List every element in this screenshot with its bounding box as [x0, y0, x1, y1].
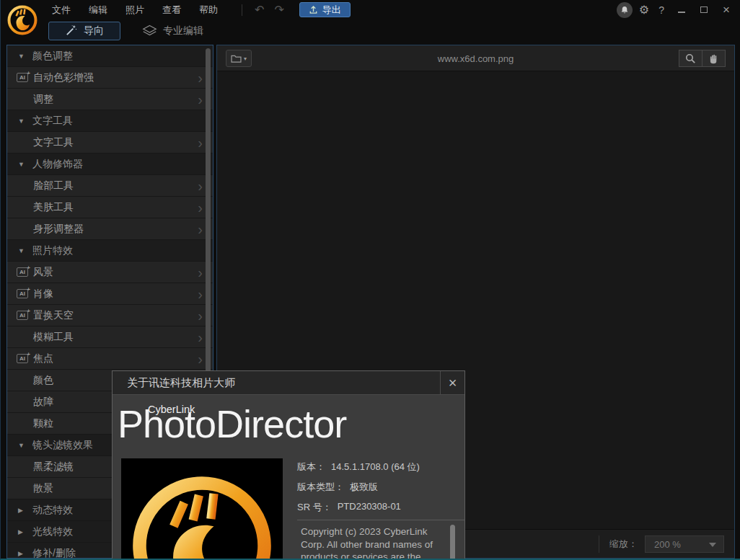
zoom-label: 缩放：: [609, 530, 638, 559]
close-button[interactable]: ×: [718, 3, 734, 17]
ai-icon: AI+: [17, 73, 28, 82]
sidebar-label: 置换天空: [33, 309, 74, 322]
upload-icon: [309, 5, 318, 14]
sidebar-label: 故障: [33, 396, 53, 409]
sidebar-label: 风景: [33, 266, 53, 279]
menu-photo[interactable]: 照片: [123, 2, 146, 18]
copyright-scrollbar[interactable]: [450, 525, 455, 560]
version-row: 版本： 14.5.1.1708.0 (64 位): [297, 461, 460, 474]
notification-bell-button[interactable]: [617, 2, 633, 18]
zoom-level-dropdown[interactable]: 200 %: [645, 535, 724, 553]
brand-photodirector: PhotoDirector: [118, 403, 346, 445]
sidebar-label: 人物修饰器: [32, 158, 83, 171]
edition-value: 极致版: [350, 481, 378, 494]
sidebar-label: 肖像: [33, 288, 53, 301]
dropdown-caret-icon: [709, 543, 716, 547]
about-dialog-titlebar: 关于讯连科技相片大师 ×: [113, 371, 464, 395]
sr-value: PTD230308-01: [338, 501, 401, 514]
triangle-down-icon: ▼: [18, 247, 27, 254]
sidebar-group-3[interactable]: ▼文字工具: [7, 110, 213, 132]
sidebar-group-5[interactable]: ▼人物修饰器: [7, 154, 213, 175]
bell-icon: [620, 6, 629, 14]
sidebar-label: 身形调整器: [33, 223, 84, 236]
ai-icon: AI+: [17, 289, 28, 298]
help-button[interactable]: ?: [656, 4, 667, 16]
window-controls: ⚙ ? ×: [617, 0, 734, 19]
tab-professional-edit-label: 专业编辑: [163, 25, 203, 37]
chevron-right-icon: ›: [198, 71, 206, 85]
pan-tool-button[interactable]: [702, 50, 726, 67]
toolbar-divider: [242, 4, 242, 16]
sidebar-item-1[interactable]: AI+自动色彩增强›: [7, 67, 213, 89]
triangle-right-icon: ▶: [18, 507, 27, 514]
sidebar-label: 文字工具: [32, 115, 73, 128]
sidebar-item-10[interactable]: AI+风景›: [7, 262, 213, 283]
about-dialog: 关于讯连科技相片大师 × CyberLink PhotoDirector 版本：…: [112, 370, 465, 560]
sr-label: SR 号：: [297, 501, 332, 514]
ai-icon: AI+: [17, 311, 28, 320]
zoom-level-value: 200 %: [654, 539, 681, 550]
triangle-down-icon: ▼: [18, 53, 27, 60]
sidebar-item-6[interactable]: 脸部工具›: [7, 175, 213, 197]
copyright-text: Copyright (c) 2023 CyberLink Corp. All o…: [301, 525, 444, 560]
version-label: 版本：: [297, 461, 325, 474]
sidebar-item-7[interactable]: 美肤工具›: [7, 197, 213, 218]
menu-edit[interactable]: 编辑: [87, 2, 110, 18]
menu-view[interactable]: 查看: [160, 2, 183, 18]
sidebar-item-12[interactable]: AI+置换天空›: [7, 305, 213, 326]
sidebar-label: 黑柔滤镜: [33, 461, 74, 474]
maximize-button[interactable]: [696, 3, 712, 17]
edition-label: 版本类型：: [297, 481, 344, 494]
status-divider: [599, 535, 599, 553]
undo-icon[interactable]: ↶: [250, 1, 269, 19]
hand-icon: [709, 53, 718, 64]
sidebar-label: 自动色彩增强: [33, 71, 94, 84]
sidebar-label: 脸部工具: [33, 179, 74, 192]
tab-guided[interactable]: 导向: [48, 22, 120, 40]
sidebar-item-11[interactable]: AI+肖像›: [7, 283, 213, 305]
triangle-right-icon: ▶: [18, 550, 27, 557]
version-value: 14.5.1.1708.0 (64 位): [331, 461, 420, 474]
sidebar-label: 颗粒: [33, 417, 53, 430]
sidebar-item-2[interactable]: 调整›: [7, 89, 213, 110]
tab-professional-edit[interactable]: 专业编辑: [142, 25, 203, 37]
sidebar-label: 文字工具: [33, 136, 74, 149]
magic-wand-icon: [65, 25, 77, 37]
sidebar-group-9[interactable]: ▼照片特效: [7, 240, 213, 262]
redo-icon[interactable]: ↷: [269, 1, 288, 19]
menu-help[interactable]: 帮助: [197, 2, 220, 18]
export-button[interactable]: 导出: [299, 2, 351, 17]
sidebar-label: 光线特效: [32, 525, 73, 538]
triangle-down-icon: ▼: [18, 117, 27, 125]
about-dialog-close-button[interactable]: ×: [440, 371, 464, 394]
chevron-right-icon: ›: [198, 222, 206, 236]
maximize-icon: [700, 6, 708, 13]
triangle-right-icon: ▶: [18, 528, 27, 535]
chevron-right-icon: ›: [198, 352, 206, 366]
sidebar-label: 动态特效: [32, 504, 73, 517]
sidebar-item-8[interactable]: 身形调整器›: [7, 218, 213, 240]
menu-file[interactable]: 文件: [50, 2, 73, 18]
about-divider: [297, 520, 464, 520]
zoom-tool-button[interactable]: [679, 50, 702, 67]
triangle-down-icon: ▼: [18, 442, 27, 449]
layers-icon: [142, 25, 157, 37]
app-window: 文件 编辑 照片 查看 帮助 ↶ ↷ 导出 ⚙ ?: [0, 0, 740, 560]
settings-gear-button[interactable]: ⚙: [639, 4, 649, 16]
viewer-toolbar: ▾ www.x6d.com.png: [217, 45, 734, 71]
export-label: 导出: [322, 4, 341, 17]
view-tools: [679, 50, 726, 67]
sidebar-item-4[interactable]: 文字工具›: [7, 132, 213, 154]
titlebar: 文件 编辑 照片 查看 帮助 ↶ ↷ 导出 ⚙ ?: [1, 0, 740, 19]
sidebar-item-13[interactable]: 模糊工具›: [7, 326, 213, 348]
about-info: 版本： 14.5.1.1708.0 (64 位) 版本类型： 极致版 SR 号：…: [297, 461, 460, 521]
chevron-right-icon: ›: [198, 308, 206, 323]
sidebar-label: 模糊工具: [33, 331, 74, 344]
mode-bar: 导向 专业编辑: [1, 19, 740, 42]
chevron-right-icon: ›: [198, 287, 206, 301]
sidebar-item-14[interactable]: AI+焦点›: [7, 348, 213, 370]
minimize-button[interactable]: [674, 3, 690, 17]
sr-row: SR 号： PTD230308-01: [297, 501, 460, 514]
sidebar-group-0[interactable]: ▼颜色调整: [7, 45, 213, 67]
sidebar-label: 散景: [33, 482, 53, 495]
